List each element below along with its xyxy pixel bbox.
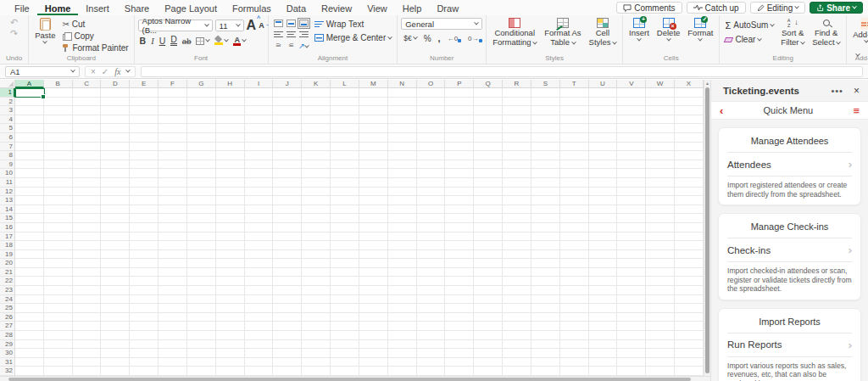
cell-A31[interactable] <box>15 358 44 367</box>
cell-E31[interactable] <box>130 358 159 367</box>
cell-D5[interactable] <box>101 124 130 133</box>
vertical-scroll-thumb[interactable] <box>705 87 709 373</box>
cell-V29[interactable] <box>617 340 646 350</box>
scroll-up-arrow-icon[interactable]: ▴ <box>704 80 710 87</box>
cell-W6[interactable] <box>646 133 675 143</box>
column-header-g[interactable]: G <box>187 80 216 88</box>
cell-C31[interactable] <box>73 358 102 367</box>
cell-D3[interactable] <box>101 106 130 115</box>
cell-E9[interactable] <box>130 160 159 170</box>
cell-O23[interactable] <box>417 286 446 295</box>
cell-X7[interactable] <box>675 143 704 152</box>
cell-W30[interactable] <box>646 349 675 358</box>
cell-H12[interactable] <box>216 188 245 197</box>
cell-V24[interactable] <box>617 295 646 305</box>
cell-C32[interactable] <box>73 367 102 376</box>
column-header-e[interactable]: E <box>130 80 159 88</box>
cell-O12[interactable] <box>417 188 446 197</box>
cell-Q17[interactable] <box>474 233 503 242</box>
addins-button[interactable]: Add-ins <box>850 18 868 43</box>
cell-X25[interactable] <box>675 304 704 313</box>
cell-N21[interactable] <box>388 268 417 277</box>
cell-T3[interactable] <box>560 106 589 115</box>
cell-X15[interactable] <box>675 214 704 223</box>
borders-button[interactable] <box>196 37 209 45</box>
cell-A12[interactable] <box>15 188 44 197</box>
cell-G15[interactable] <box>187 214 216 223</box>
cell-L3[interactable] <box>331 106 359 115</box>
cell-O26[interactable] <box>417 313 446 322</box>
cell-Q10[interactable] <box>474 169 503 178</box>
cell-P30[interactable] <box>445 349 474 358</box>
cell-M3[interactable] <box>359 106 388 115</box>
cell-C11[interactable] <box>73 178 102 188</box>
cell-X30[interactable] <box>675 349 704 358</box>
cell-N1[interactable] <box>388 88 417 98</box>
cancel-entry-button[interactable]: × <box>91 67 96 76</box>
cell-E10[interactable] <box>130 169 159 178</box>
cell-L9[interactable] <box>331 160 359 170</box>
menu-tab-review[interactable]: Review <box>314 0 359 15</box>
conditional-formatting-button[interactable]: Conditional Formatting <box>490 18 539 47</box>
cell-styles-button[interactable]: Cell Styles <box>587 18 620 47</box>
cell-D23[interactable] <box>101 286 130 295</box>
cell-R8[interactable] <box>503 151 531 160</box>
cell-V14[interactable] <box>617 205 646 215</box>
cell-W25[interactable] <box>646 304 675 313</box>
cell-S31[interactable] <box>531 358 560 367</box>
cell-H29[interactable] <box>216 340 245 350</box>
cell-I9[interactable] <box>245 160 274 170</box>
cell-S3[interactable] <box>531 106 560 115</box>
cell-T22[interactable] <box>560 277 589 286</box>
cell-O18[interactable] <box>417 241 446 250</box>
cell-T24[interactable] <box>560 295 589 305</box>
cell-V25[interactable] <box>617 304 646 313</box>
cell-P24[interactable] <box>445 295 474 305</box>
cell-E15[interactable] <box>130 214 159 223</box>
cell-D8[interactable] <box>101 151 130 160</box>
cell-T23[interactable] <box>560 286 589 295</box>
find-select-button[interactable]: Find & Select <box>810 18 843 47</box>
cell-M23[interactable] <box>359 286 388 295</box>
font-size-select[interactable]: 11 <box>215 20 244 31</box>
cell-H20[interactable] <box>216 259 245 268</box>
cell-B10[interactable] <box>44 169 73 178</box>
cell-S24[interactable] <box>531 295 560 305</box>
cell-A19[interactable] <box>15 250 44 260</box>
cell-M17[interactable] <box>359 233 388 242</box>
cell-D28[interactable] <box>101 331 130 340</box>
cell-X24[interactable] <box>675 295 704 305</box>
cell-B19[interactable] <box>44 250 73 260</box>
cell-B13[interactable] <box>44 196 73 205</box>
cell-J26[interactable] <box>273 313 302 322</box>
wrap-text-button[interactable]: Wrap Text <box>313 19 394 30</box>
cell-X11[interactable] <box>675 178 704 188</box>
row-header-24[interactable]: 24 <box>0 295 15 305</box>
cell-F32[interactable] <box>159 367 187 376</box>
cell-K32[interactable] <box>302 367 331 376</box>
cell-U20[interactable] <box>589 259 618 268</box>
cell-M12[interactable] <box>359 188 388 197</box>
cell-H13[interactable] <box>216 196 245 205</box>
cell-J6[interactable] <box>273 133 302 143</box>
cell-H5[interactable] <box>216 124 245 133</box>
cell-Q26[interactable] <box>474 313 503 322</box>
cell-U23[interactable] <box>589 286 618 295</box>
cell-N31[interactable] <box>388 358 417 367</box>
cell-A28[interactable] <box>15 331 44 340</box>
cell-B2[interactable] <box>44 98 73 107</box>
cell-V31[interactable] <box>617 358 646 367</box>
sort-filter-button[interactable]: Sort & Filter <box>778 18 807 47</box>
cell-V10[interactable] <box>617 169 646 178</box>
cell-R6[interactable] <box>503 133 531 143</box>
cell-U26[interactable] <box>589 313 618 322</box>
cell-K5[interactable] <box>302 124 331 133</box>
cell-S17[interactable] <box>531 233 560 242</box>
cell-E19[interactable] <box>130 250 159 260</box>
cell-A27[interactable] <box>15 322 44 331</box>
cell-N11[interactable] <box>388 178 417 188</box>
cell-F10[interactable] <box>159 169 187 178</box>
menu-tab-share[interactable]: Share <box>117 0 157 15</box>
cell-Q31[interactable] <box>474 358 503 367</box>
cell-L20[interactable] <box>331 259 359 268</box>
